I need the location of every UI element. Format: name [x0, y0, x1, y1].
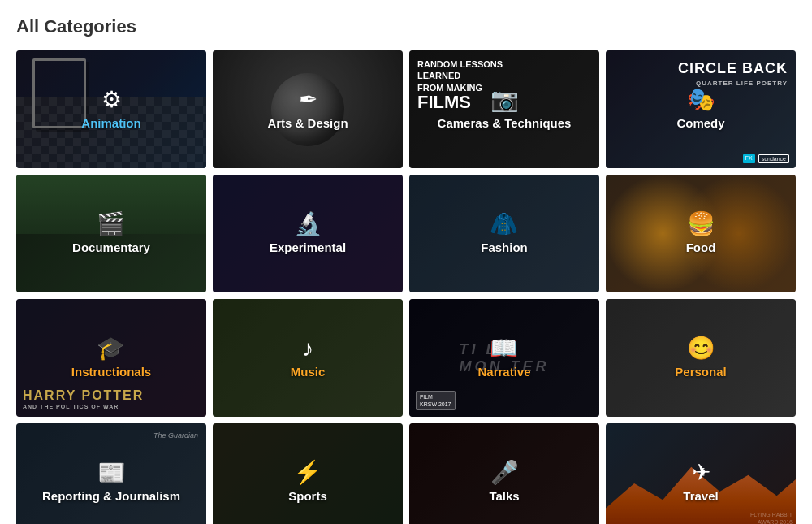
category-travel[interactable]: FLYING RABBITAWARD 2016PERSPECTIVES OF N… [606, 423, 796, 524]
documentary-label: Documentary [72, 240, 150, 254]
fashion-icon: 🧥 [490, 213, 518, 236]
travel-icon: ✈ [692, 461, 710, 484]
fashion-label: Fashion [481, 240, 528, 254]
page-title: All Categories [16, 16, 796, 37]
animation-label: Animation [81, 116, 140, 130]
music-icon: ♪ [302, 337, 313, 360]
guardian-text: The Guardian [153, 431, 198, 440]
category-music[interactable]: ♪ Music [213, 299, 403, 417]
category-personal[interactable]: 😊 Personal [606, 299, 796, 417]
categories-grid: ⚙ Animation ✒ Arts & Design RANDOM LESSO… [16, 50, 796, 524]
comedy-icon: 🎭 [687, 89, 715, 111]
category-arts-design[interactable]: ✒ Arts & Design [213, 50, 403, 168]
talks-label: Talks [489, 489, 519, 503]
food-icon: 🍔 [687, 213, 715, 236]
category-comedy[interactable]: CIRCLE BACK QUARTER LIFE POETRY FX sunda… [606, 50, 796, 168]
category-instructionals[interactable]: HARRY POTTER AND THE POLITICS OF WAR 🎓 I… [16, 299, 206, 417]
instructionals-icon: 🎓 [97, 337, 125, 360]
category-reporting[interactable]: The Guardian THE TRIAL 📰 Reporting & Jou… [16, 423, 206, 524]
comedy-label: Comedy [676, 116, 724, 130]
comedy-overlay-text: CIRCLE BACK QUARTER LIFE POETRY [678, 58, 788, 88]
nordland-text: FLYING RABBITAWARD 2016PERSPECTIVES OF N… [706, 511, 793, 524]
fx-badge: FX [743, 154, 755, 163]
travel-label: Travel [683, 489, 718, 503]
talks-icon: 🎤 [490, 461, 519, 484]
category-cameras[interactable]: RANDOM LESSONS LEARNED FROM MAKING FILMS… [409, 50, 599, 168]
category-experimental[interactable]: 🔬 Experimental [213, 175, 403, 292]
narrative-icon: 📖 [490, 337, 518, 360]
cameras-icon: 📷 [490, 89, 519, 111]
arts-icon: ✒ [299, 89, 317, 111]
reporting-label: Reporting & Journalism [42, 489, 180, 503]
arts-label: Arts & Design [267, 116, 348, 130]
instructionals-label: Instructionals [71, 365, 151, 379]
personal-icon: 😊 [687, 337, 715, 360]
documentary-icon: 🎬 [97, 213, 125, 236]
category-narrative[interactable]: TI LEMON TER FILMKRSW 2017 📖 Narrative [409, 299, 599, 417]
music-label: Music [291, 365, 326, 379]
category-animation[interactable]: ⚙ Animation [16, 50, 206, 168]
krsw-badge: FILMKRSW 2017 [416, 391, 456, 410]
sundance-badge: sundance [758, 154, 789, 163]
hp-text: HARRY POTTER AND THE POLITICS OF WAR [23, 388, 144, 410]
sports-icon: ⚡ [293, 461, 322, 484]
category-food[interactable]: 🍔 Food [606, 175, 796, 292]
category-talks[interactable]: 🎤 Talks [409, 423, 599, 524]
experimental-icon: 🔬 [294, 213, 322, 236]
narrative-label: Narrative [477, 365, 530, 379]
personal-label: Personal [675, 365, 726, 379]
cameras-label: Cameras & Techniques [438, 116, 572, 130]
experimental-label: Experimental [270, 240, 346, 254]
food-label: Food [686, 240, 716, 254]
sports-label: Sports [288, 489, 327, 503]
category-sports[interactable]: ⚡ Sports [213, 423, 403, 524]
reporting-icon: 📰 [97, 461, 126, 484]
category-fashion[interactable]: 🧥 Fashion [409, 175, 599, 292]
category-documentary[interactable]: 🎬 Documentary [16, 175, 206, 292]
animation-icon: ⚙ [102, 89, 122, 111]
